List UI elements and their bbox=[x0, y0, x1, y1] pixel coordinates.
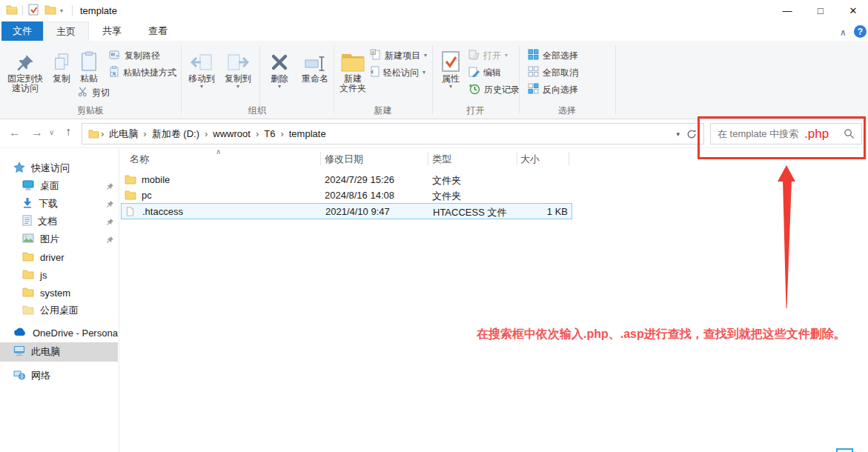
sidebar-item-driver[interactable]: driver bbox=[22, 248, 64, 266]
sidebar-item-network[interactable]: 网络 bbox=[13, 367, 50, 385]
move-to-button[interactable]: 移动到 ▾ bbox=[184, 44, 219, 90]
sidebar-item-js[interactable]: js bbox=[22, 266, 47, 284]
file-row-pc[interactable]: pc 2024/8/16 14:08 文件夹 bbox=[121, 187, 572, 203]
select-none-icon bbox=[528, 66, 539, 79]
qat-properties-icon[interactable] bbox=[28, 4, 39, 19]
tab-view[interactable]: 查看 bbox=[135, 21, 181, 41]
paste-shortcut-button[interactable]: 粘贴快捷方式 bbox=[109, 66, 176, 79]
invert-selection-button[interactable]: 反向选择 bbox=[528, 83, 578, 96]
cut-button[interactable]: 剪切 bbox=[77, 86, 110, 99]
sidebar-item-documents[interactable]: 文档 bbox=[22, 213, 57, 230]
sidebar-item-system[interactable]: system bbox=[22, 284, 70, 302]
qat-new-folder-icon[interactable] bbox=[44, 4, 56, 18]
group-separator bbox=[615, 46, 616, 114]
back-icon[interactable]: ← bbox=[9, 126, 21, 139]
edit-icon bbox=[468, 66, 480, 79]
sidebar-item-quick-access[interactable]: 快速访问 bbox=[13, 159, 70, 177]
breadcrumb-t6[interactable]: T6 bbox=[260, 128, 279, 139]
maximize-button[interactable]: □ bbox=[806, 0, 835, 21]
minimize-button[interactable]: — bbox=[773, 0, 801, 21]
sidebar-item-downloads[interactable]: 下载 bbox=[22, 195, 58, 213]
this-pc-icon bbox=[13, 345, 25, 359]
collapse-ribbon-icon[interactable]: ∧ bbox=[840, 27, 847, 38]
new-folder-button[interactable]: 新建 文件夹 bbox=[334, 44, 371, 93]
tab-file[interactable]: 文件 bbox=[1, 21, 43, 41]
folder-icon bbox=[125, 190, 136, 203]
tab-home[interactable]: 主页 bbox=[43, 21, 89, 41]
file-row-mobile[interactable]: mobile 2024/7/29 15:26 文件夹 bbox=[121, 172, 572, 187]
crumb-separator-icon: › bbox=[279, 128, 285, 139]
column-header-type[interactable]: 类型 bbox=[432, 153, 451, 166]
column-divider[interactable] bbox=[428, 152, 428, 165]
explorer-folder-icon[interactable] bbox=[6, 4, 18, 18]
help-icon[interactable]: ? bbox=[854, 25, 867, 38]
recent-locations-caret-icon[interactable]: ∨ bbox=[49, 128, 54, 136]
file-name: pc bbox=[142, 190, 152, 201]
column-header-size[interactable]: 大小 bbox=[520, 153, 540, 166]
column-divider[interactable] bbox=[320, 152, 321, 165]
new-item-label: 新建项目 bbox=[385, 50, 420, 62]
tab-share[interactable]: 共享 bbox=[89, 21, 135, 41]
paste-button[interactable]: 粘贴 bbox=[74, 44, 104, 84]
select-all-button[interactable]: 全部选择 bbox=[528, 49, 578, 62]
properties-button[interactable]: 属性 ▾ bbox=[434, 44, 467, 90]
address-bar[interactable]: › 此电脑 › 新加卷 (D:) › wwwroot › T6 › templa… bbox=[82, 123, 704, 144]
sidebar-label: js bbox=[40, 270, 47, 281]
rename-button[interactable]: 重命名 bbox=[297, 44, 333, 84]
breadcrumb-this-pc[interactable]: 此电脑 bbox=[105, 127, 142, 141]
column-divider[interactable] bbox=[517, 152, 517, 165]
desktop-icon bbox=[22, 180, 34, 193]
crumb-separator-icon: › bbox=[99, 128, 105, 139]
pin-icon[interactable] bbox=[106, 233, 114, 247]
sidebar-item-this-pc[interactable]: 此电脑 bbox=[13, 343, 60, 361]
easy-access-button[interactable]: 轻松访问 ▾ bbox=[370, 66, 425, 79]
pin-to-quick-access-button[interactable]: 固定到快 速访问 bbox=[3, 44, 47, 93]
select-none-button[interactable]: 全部取消 bbox=[528, 66, 578, 79]
copy-button[interactable]: 复制 bbox=[49, 44, 74, 84]
copy-to-caret-icon: ▾ bbox=[220, 84, 256, 90]
crumb-separator-icon: › bbox=[254, 128, 260, 139]
refresh-icon[interactable] bbox=[686, 129, 697, 139]
file-row-htaccess[interactable]: .htaccess 2021/4/10 9:47 HTACCESS 文件 1 K… bbox=[121, 203, 572, 219]
column-header-date[interactable]: 修改日期 bbox=[325, 153, 363, 166]
history-icon bbox=[468, 83, 480, 97]
copy-to-button[interactable]: 复制到 ▾ bbox=[220, 44, 256, 90]
history-button[interactable]: 历史记录 bbox=[468, 83, 520, 96]
copy-label: 复制 bbox=[49, 74, 74, 84]
folder-icon bbox=[22, 287, 34, 299]
delete-caret-icon: ▾ bbox=[262, 84, 296, 90]
pin-icon[interactable] bbox=[106, 198, 114, 211]
sort-ascending-icon[interactable]: ∧ bbox=[216, 147, 221, 156]
breadcrumb-drive-d[interactable]: 新加卷 (D:) bbox=[148, 127, 203, 141]
paste-shortcut-icon bbox=[109, 66, 119, 79]
forward-icon[interactable]: → bbox=[31, 126, 43, 139]
cut-icon bbox=[77, 86, 88, 99]
pin-icon[interactable] bbox=[106, 180, 114, 193]
quick-access-star-icon bbox=[13, 162, 25, 176]
sidebar-item-pictures[interactable]: 图片 bbox=[22, 230, 59, 248]
copy-icon bbox=[49, 44, 74, 73]
sidebar-item-public-desktop[interactable]: 公用桌面 bbox=[22, 302, 79, 319]
sidebar-item-desktop[interactable]: 桌面 bbox=[22, 177, 59, 195]
address-dropdown-caret-icon[interactable]: ▾ bbox=[676, 131, 680, 137]
crumb-separator-icon: › bbox=[142, 128, 148, 139]
pane-divider[interactable] bbox=[119, 148, 119, 452]
new-item-button[interactable]: 新建项目 ▾ bbox=[370, 49, 427, 62]
qat-customize-caret-icon[interactable]: ▾ bbox=[60, 8, 63, 14]
close-button[interactable]: ✕ bbox=[839, 0, 867, 21]
edit-button[interactable]: 编辑 bbox=[468, 66, 501, 79]
sidebar-item-onedrive[interactable]: OneDrive - Persona bbox=[13, 324, 119, 342]
column-divider[interactable] bbox=[569, 152, 569, 165]
column-header-name[interactable]: 名称 bbox=[130, 153, 149, 166]
breadcrumb-template[interactable]: template bbox=[285, 128, 330, 139]
delete-button[interactable]: 删除 ▾ bbox=[262, 44, 296, 90]
breadcrumb-wwwroot[interactable]: wwwroot bbox=[209, 128, 254, 139]
explorer-window: ▾ template — □ ✕ 文件 主页 共享 查看 ∧ ? 固定到快 速访… bbox=[0, 0, 868, 452]
copy-path-button[interactable]: 复制路径 bbox=[109, 49, 160, 62]
new-folder-label-2: 文件夹 bbox=[334, 84, 371, 93]
open-button[interactable]: 打开 ▾ bbox=[468, 49, 508, 62]
pin-icon[interactable] bbox=[106, 216, 114, 229]
up-icon[interactable]: ↑ bbox=[65, 125, 71, 139]
pin-label-2: 速访问 bbox=[3, 84, 47, 93]
paste-icon bbox=[74, 44, 104, 73]
